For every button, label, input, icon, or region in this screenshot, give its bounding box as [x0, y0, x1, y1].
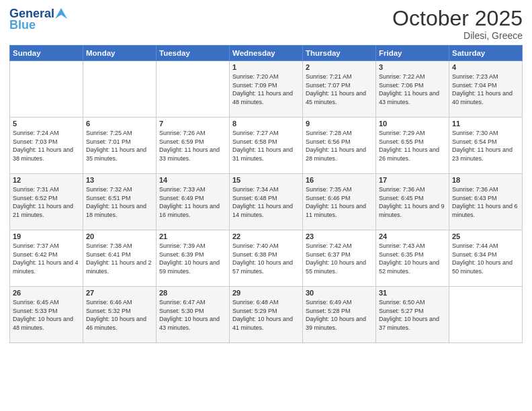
- table-row: 26Sunrise: 6:45 AM Sunset: 5:33 PM Dayli…: [10, 287, 83, 343]
- table-row: 24Sunrise: 7:43 AM Sunset: 6:35 PM Dayli…: [376, 230, 449, 287]
- day-number: 15: [232, 176, 300, 184]
- table-row: 13Sunrise: 7:32 AM Sunset: 6:51 PM Dayli…: [83, 174, 157, 230]
- day-number: 4: [452, 63, 519, 71]
- day-number: 27: [86, 289, 153, 297]
- day-number: 24: [379, 232, 446, 240]
- table-row: 27Sunrise: 6:46 AM Sunset: 5:32 PM Dayli…: [83, 287, 157, 343]
- day-info: Sunrise: 7:22 AM Sunset: 7:06 PM Dayligh…: [379, 73, 446, 106]
- day-info: Sunrise: 7:35 AM Sunset: 6:46 PM Dayligh…: [306, 185, 373, 219]
- table-row: 19Sunrise: 7:37 AM Sunset: 6:42 PM Dayli…: [10, 230, 83, 287]
- month-title: October 2025: [392, 7, 523, 30]
- table-row: 16Sunrise: 7:35 AM Sunset: 6:46 PM Dayli…: [303, 174, 376, 230]
- table-row: 15Sunrise: 7:34 AM Sunset: 6:48 PM Dayli…: [230, 174, 303, 230]
- day-info: Sunrise: 6:45 AM Sunset: 5:33 PM Dayligh…: [13, 298, 80, 332]
- day-info: Sunrise: 7:27 AM Sunset: 6:58 PM Dayligh…: [232, 129, 300, 163]
- table-row: 11Sunrise: 7:30 AM Sunset: 6:54 PM Dayli…: [449, 118, 523, 174]
- calendar-week-row: 19Sunrise: 7:37 AM Sunset: 6:42 PM Dayli…: [10, 230, 523, 287]
- table-row: 29Sunrise: 6:48 AM Sunset: 5:29 PM Dayli…: [230, 287, 303, 343]
- calendar-table: Sunday Monday Tuesday Wednesday Thursday…: [9, 45, 523, 343]
- calendar-week-row: 1Sunrise: 7:20 AM Sunset: 7:09 PM Daylig…: [10, 61, 523, 118]
- table-row: 18Sunrise: 7:36 AM Sunset: 6:43 PM Dayli…: [449, 174, 523, 230]
- day-number: 18: [452, 176, 519, 184]
- day-number: 25: [452, 232, 519, 240]
- day-info: Sunrise: 7:30 AM Sunset: 6:54 PM Dayligh…: [452, 129, 519, 163]
- logo-text-blue: Blue: [9, 18, 36, 32]
- col-tuesday: Tuesday: [157, 46, 230, 61]
- day-info: Sunrise: 7:23 AM Sunset: 7:04 PM Dayligh…: [452, 73, 519, 106]
- day-number: 14: [159, 176, 226, 184]
- day-number: 30: [306, 289, 373, 297]
- day-info: Sunrise: 6:50 AM Sunset: 5:27 PM Dayligh…: [379, 298, 446, 332]
- table-row: 7Sunrise: 7:26 AM Sunset: 6:59 PM Daylig…: [157, 118, 230, 174]
- day-number: 9: [306, 120, 373, 128]
- table-row: 10Sunrise: 7:29 AM Sunset: 6:55 PM Dayli…: [376, 118, 449, 174]
- table-row: 4Sunrise: 7:23 AM Sunset: 7:04 PM Daylig…: [449, 61, 523, 118]
- table-row: 1Sunrise: 7:20 AM Sunset: 7:09 PM Daylig…: [230, 61, 303, 118]
- day-info: Sunrise: 7:39 AM Sunset: 6:39 PM Dayligh…: [159, 242, 226, 275]
- day-number: 17: [379, 176, 446, 184]
- day-info: Sunrise: 7:21 AM Sunset: 7:07 PM Dayligh…: [306, 73, 373, 106]
- day-number: 13: [86, 176, 153, 184]
- logo: General Blue: [9, 7, 67, 32]
- calendar-week-row: 26Sunrise: 6:45 AM Sunset: 5:33 PM Dayli…: [10, 287, 523, 343]
- table-row: 14Sunrise: 7:33 AM Sunset: 6:49 PM Dayli…: [157, 174, 230, 230]
- day-info: Sunrise: 7:38 AM Sunset: 6:41 PM Dayligh…: [86, 242, 153, 275]
- table-row: [157, 61, 230, 118]
- col-thursday: Thursday: [303, 46, 376, 61]
- calendar-header-row: Sunday Monday Tuesday Wednesday Thursday…: [10, 46, 523, 61]
- day-info: Sunrise: 6:46 AM Sunset: 5:32 PM Dayligh…: [86, 298, 153, 332]
- table-row: 30Sunrise: 6:49 AM Sunset: 5:28 PM Dayli…: [303, 287, 376, 343]
- day-number: 26: [13, 289, 80, 297]
- day-info: Sunrise: 7:28 AM Sunset: 6:56 PM Dayligh…: [306, 129, 373, 163]
- day-info: Sunrise: 7:36 AM Sunset: 6:43 PM Dayligh…: [452, 185, 519, 219]
- title-block: October 2025 Dilesi, Greece: [392, 7, 523, 41]
- day-number: 12: [13, 176, 80, 184]
- table-row: 5Sunrise: 7:24 AM Sunset: 7:03 PM Daylig…: [10, 118, 83, 174]
- day-number: 1: [232, 63, 300, 71]
- day-info: Sunrise: 7:33 AM Sunset: 6:49 PM Dayligh…: [159, 185, 226, 219]
- location-subtitle: Dilesi, Greece: [392, 30, 523, 41]
- table-row: 21Sunrise: 7:39 AM Sunset: 6:39 PM Dayli…: [157, 230, 230, 287]
- day-number: 6: [86, 120, 153, 128]
- day-info: Sunrise: 7:20 AM Sunset: 7:09 PM Dayligh…: [232, 73, 300, 106]
- calendar-page: General Blue October 2025 Dilesi, Greece…: [0, 0, 532, 411]
- day-info: Sunrise: 7:34 AM Sunset: 6:48 PM Dayligh…: [232, 185, 300, 219]
- col-saturday: Saturday: [449, 46, 523, 61]
- table-row: 22Sunrise: 7:40 AM Sunset: 6:38 PM Dayli…: [230, 230, 303, 287]
- table-row: [83, 61, 157, 118]
- table-row: 3Sunrise: 7:22 AM Sunset: 7:06 PM Daylig…: [376, 61, 449, 118]
- day-number: 8: [232, 120, 300, 128]
- day-info: Sunrise: 7:36 AM Sunset: 6:45 PM Dayligh…: [379, 185, 446, 219]
- day-number: 16: [306, 176, 373, 184]
- col-friday: Friday: [376, 46, 449, 61]
- day-info: Sunrise: 7:40 AM Sunset: 6:38 PM Dayligh…: [232, 242, 300, 275]
- day-info: Sunrise: 7:44 AM Sunset: 6:34 PM Dayligh…: [452, 242, 519, 275]
- table-row: 12Sunrise: 7:31 AM Sunset: 6:52 PM Dayli…: [10, 174, 83, 230]
- table-row: [449, 287, 523, 343]
- day-info: Sunrise: 7:25 AM Sunset: 7:01 PM Dayligh…: [86, 129, 153, 163]
- calendar-week-row: 5Sunrise: 7:24 AM Sunset: 7:03 PM Daylig…: [10, 118, 523, 174]
- table-row: 28Sunrise: 6:47 AM Sunset: 5:30 PM Dayli…: [157, 287, 230, 343]
- table-row: 2Sunrise: 7:21 AM Sunset: 7:07 PM Daylig…: [303, 61, 376, 118]
- day-number: 28: [159, 289, 226, 297]
- col-wednesday: Wednesday: [230, 46, 303, 61]
- col-monday: Monday: [83, 46, 157, 61]
- day-number: 23: [306, 232, 373, 240]
- day-info: Sunrise: 7:31 AM Sunset: 6:52 PM Dayligh…: [13, 185, 80, 219]
- table-row: 20Sunrise: 7:38 AM Sunset: 6:41 PM Dayli…: [83, 230, 157, 287]
- day-number: 2: [306, 63, 373, 71]
- day-info: Sunrise: 7:26 AM Sunset: 6:59 PM Dayligh…: [159, 129, 226, 163]
- table-row: 25Sunrise: 7:44 AM Sunset: 6:34 PM Dayli…: [449, 230, 523, 287]
- day-number: 11: [452, 120, 519, 128]
- day-number: 19: [13, 232, 80, 240]
- calendar-week-row: 12Sunrise: 7:31 AM Sunset: 6:52 PM Dayli…: [10, 174, 523, 230]
- day-info: Sunrise: 6:49 AM Sunset: 5:28 PM Dayligh…: [306, 298, 373, 332]
- table-row: 8Sunrise: 7:27 AM Sunset: 6:58 PM Daylig…: [230, 118, 303, 174]
- table-row: 23Sunrise: 7:42 AM Sunset: 6:37 PM Dayli…: [303, 230, 376, 287]
- day-number: 20: [86, 232, 153, 240]
- day-info: Sunrise: 6:47 AM Sunset: 5:30 PM Dayligh…: [159, 298, 226, 332]
- day-info: Sunrise: 7:37 AM Sunset: 6:42 PM Dayligh…: [13, 242, 80, 275]
- day-info: Sunrise: 7:42 AM Sunset: 6:37 PM Dayligh…: [306, 242, 373, 275]
- day-number: 22: [232, 232, 300, 240]
- table-row: 6Sunrise: 7:25 AM Sunset: 7:01 PM Daylig…: [83, 118, 157, 174]
